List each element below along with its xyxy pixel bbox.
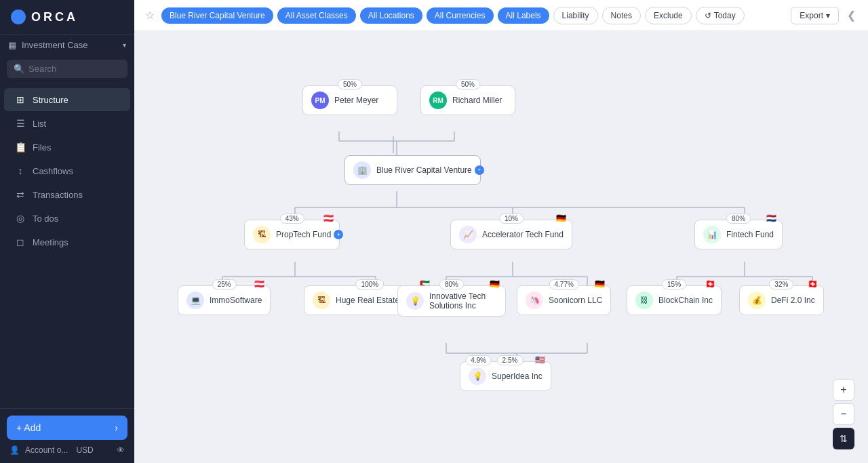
percent-soonicorn: 4.77% xyxy=(549,279,579,289)
structure-icon: ⊞ xyxy=(15,94,26,105)
sidebar: ORCA ▦ Investment Case ▾ 🔍 ⊞ Structure ☰… xyxy=(0,0,134,463)
percent-innovative: 80% xyxy=(439,279,464,289)
node-icon-proptech: 🏗 xyxy=(253,226,271,243)
canvas[interactable]: PM Peter Meyer 50% RM Richard Miller 50%… xyxy=(134,31,868,463)
node-defi[interactable]: 💰 DeFi 2.0 Inc 32% 🇨🇭 xyxy=(739,285,824,315)
avatar-rm: RM xyxy=(429,92,447,109)
sidebar-item-structure[interactable]: ⊞ Structure xyxy=(4,88,130,111)
list-icon: ☰ xyxy=(15,118,26,129)
node-richard-miller[interactable]: RM Richard Miller 50% xyxy=(420,85,515,115)
flag-defi: 🇨🇭 xyxy=(808,279,818,289)
flag-superidea: 🇺🇸 xyxy=(535,355,545,365)
node-icon-blockchain: ⛓ xyxy=(635,291,653,309)
sidebar-item-label: To dos xyxy=(33,214,58,224)
node-innovative[interactable]: 💡 Innovative Tech Solutions Inc 80% 🇩🇪 xyxy=(397,285,506,317)
node-icon-superidea: 💡 xyxy=(469,367,486,385)
percent-fintech: 80% xyxy=(726,214,751,224)
filter-chip-fund[interactable]: Blue River Capital Venture xyxy=(161,7,273,24)
sidebar-item-label: Files xyxy=(33,142,51,153)
export-label: Export xyxy=(800,11,823,20)
add-arrow-icon: › xyxy=(115,422,118,433)
node-label-brcv: Blue River Capital Venture xyxy=(376,165,472,175)
node-soonicorn[interactable]: 🦄 Soonicorn LLC 4.77% 🇩🇪 xyxy=(517,285,611,315)
node-icon-hugere: 🏗 xyxy=(313,291,330,309)
node-icon-brcv: 🏢 xyxy=(353,161,371,179)
add-button[interactable]: + Add › xyxy=(7,416,127,440)
node-label-defi: DeFi 2.0 Inc xyxy=(771,296,815,305)
filter-chip-liability[interactable]: Liability xyxy=(553,7,598,24)
sidebar-item-label: Meetings xyxy=(33,237,68,247)
node-icon-soonicorn: 🦄 xyxy=(526,291,543,309)
eye-icon[interactable]: 👁 xyxy=(117,445,125,455)
node-icon-innovative: 💡 xyxy=(406,292,424,310)
sidebar-item-transactions[interactable]: ⇄ Transactions xyxy=(4,183,130,206)
node-superidea[interactable]: 💡 SuperIdea Inc 4.9% 2.5% 🇺🇸 xyxy=(460,361,551,391)
account-row: 👤 Account o... USD 👁 xyxy=(7,440,127,456)
node-label-proptech: PropTech Fund xyxy=(276,230,331,239)
percent-superidea-2: 2.5% xyxy=(497,355,524,365)
meetings-icon: ◻ xyxy=(15,237,26,247)
sidebar-item-files[interactable]: 📋 Files xyxy=(4,136,130,159)
avatar-pm: PM xyxy=(311,92,329,109)
flag-soonicorn: 🇩🇪 xyxy=(595,279,605,289)
sidebar-item-list[interactable]: ☰ List xyxy=(4,112,130,135)
node-blue-river[interactable]: 🏢 Blue River Capital Venture + xyxy=(344,155,481,185)
layout-settings-button[interactable]: ⇅ xyxy=(833,428,854,449)
add-child-proptech[interactable]: + xyxy=(334,230,343,239)
filter-chip-labels[interactable]: All Labels xyxy=(498,7,549,24)
flag-blockchain: 🇨🇭 xyxy=(705,279,715,289)
percent-superidea-1: 4.9% xyxy=(465,355,492,365)
main-area: ☆ Blue River Capital Venture All Asset C… xyxy=(134,0,868,463)
zoom-controls: + − ⇅ xyxy=(833,379,854,449)
sidebar-bottom: + Add › 👤 Account o... USD 👁 xyxy=(0,408,134,463)
sidebar-item-label: Transactions xyxy=(33,190,83,200)
node-immo[interactable]: 💻 ImmoSoftware 25% 🇦🇹 xyxy=(178,285,271,315)
investment-case-item[interactable]: ▦ Investment Case ▾ xyxy=(0,35,134,56)
zoom-out-button[interactable]: − xyxy=(833,403,854,425)
node-peter-meyer[interactable]: PM Peter Meyer 50% xyxy=(302,85,397,115)
percent-defi: 32% xyxy=(769,279,793,289)
zoom-in-button[interactable]: + xyxy=(833,379,854,401)
node-blockchain[interactable]: ⛓ BlockChain Inc 15% 🇨🇭 xyxy=(627,285,722,315)
flag-accel: 🇩🇪 xyxy=(556,214,566,223)
star-button[interactable]: ☆ xyxy=(142,7,157,23)
filter-chip-exclude[interactable]: Exclude xyxy=(645,7,692,24)
sidebar-item-cashflows[interactable]: ↕ Cashflows xyxy=(4,159,130,182)
flag-innovative: 🇩🇪 xyxy=(490,279,500,289)
node-fintech[interactable]: 📊 Fintech Fund 80% 🇳🇱 xyxy=(694,220,783,249)
node-proptech[interactable]: 🏗 PropTech Fund 43% 🇦🇹 + xyxy=(244,220,340,249)
node-icon-accel: 📈 xyxy=(459,226,477,243)
filter-chip-notes[interactable]: Notes xyxy=(602,7,641,24)
search-input[interactable] xyxy=(28,64,121,74)
filter-chip-asset[interactable]: All Asset Classes xyxy=(277,7,356,24)
account-icon: 👤 xyxy=(9,445,20,455)
node-icon-immo: 💻 xyxy=(186,291,204,309)
sidebar-item-label: List xyxy=(33,119,46,129)
node-icon-defi: 💰 xyxy=(748,291,766,309)
filter-chip-currency[interactable]: All Currencies xyxy=(427,7,494,24)
node-label-innovative: Innovative Tech Solutions Inc xyxy=(429,291,497,310)
node-accelerator[interactable]: 📈 Accelerator Tech Fund 10% 🇩🇪 xyxy=(450,220,572,249)
investment-case-label: Investment Case xyxy=(22,40,88,50)
add-child-brcv[interactable]: + xyxy=(475,165,484,175)
export-button[interactable]: Export ▾ xyxy=(791,7,839,24)
logo-text: ORCA xyxy=(31,10,78,24)
collapse-button[interactable]: ❮ xyxy=(843,7,860,23)
filter-chip-today[interactable]: ↺Today xyxy=(696,7,745,24)
percent-hugere: 100% xyxy=(356,279,384,289)
percent-blockchain: 15% xyxy=(662,279,686,289)
cashflows-icon: ↕ xyxy=(15,165,26,176)
node-label-accel: Accelerator Tech Fund xyxy=(482,230,564,239)
filter-chip-location[interactable]: All Locations xyxy=(360,7,422,24)
person-name-pm: Peter Meyer xyxy=(334,96,378,105)
sidebar-item-meetings[interactable]: ◻ Meetings xyxy=(4,230,130,254)
node-label-immo: ImmoSoftware xyxy=(210,296,262,305)
sidebar-item-todos[interactable]: ◎ To dos xyxy=(4,207,130,230)
flag-fintech: 🇳🇱 xyxy=(766,214,776,223)
search-icon: 🔍 xyxy=(14,64,24,74)
node-label-blockchain: BlockChain Inc xyxy=(658,296,713,305)
investment-case-icon: ▦ xyxy=(8,40,16,50)
today-icon: ↺ xyxy=(705,11,711,20)
transactions-icon: ⇄ xyxy=(15,189,26,200)
search-box[interactable]: 🔍 xyxy=(7,60,127,78)
